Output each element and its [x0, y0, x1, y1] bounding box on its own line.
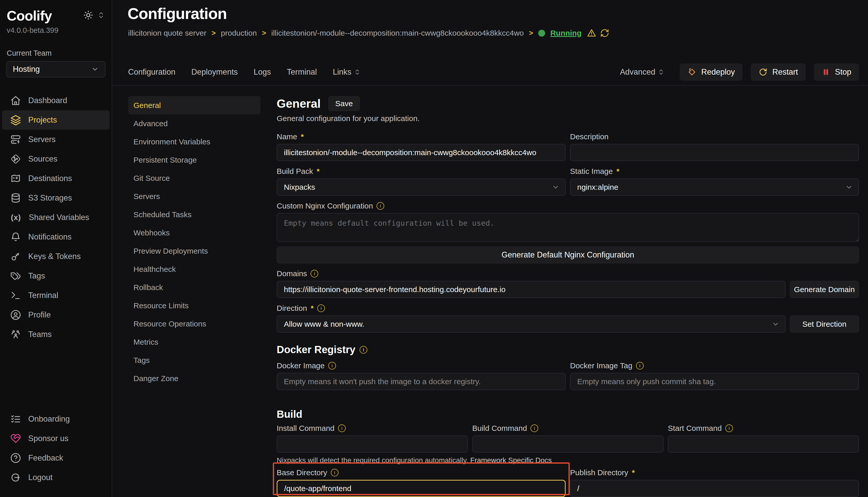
logout-icon: [10, 472, 21, 483]
subnav-advanced[interactable]: Advanced: [128, 114, 261, 132]
direction-label: Direction*i: [277, 304, 859, 313]
sidebar-item-onboarding[interactable]: Onboarding: [2, 409, 110, 429]
subnav-preview-deployments[interactable]: Preview Deployments: [128, 242, 261, 260]
sidebar-item-destinations[interactable]: Destinations: [2, 169, 110, 188]
subnav-git-source[interactable]: Git Source: [128, 169, 261, 187]
sidebar-item-teams[interactable]: Teams: [2, 325, 110, 344]
start-command-input[interactable]: [668, 436, 859, 453]
build-pack-select[interactable]: Nixpacks: [277, 179, 566, 196]
tab-configuration[interactable]: Configuration: [128, 68, 175, 77]
info-icon[interactable]: i: [338, 424, 346, 432]
sidebar-item-sponsor-us[interactable]: Sponsor us: [2, 429, 110, 448]
custom-nginx-textarea[interactable]: [277, 213, 859, 242]
framework-docs-link[interactable]: Framework Specific Docs: [470, 456, 552, 464]
sidebar-item-dashboard[interactable]: Dashboard: [2, 91, 110, 110]
directories-row: Base Directoryi Publish Directory*: [277, 468, 859, 497]
subnav-general[interactable]: General: [128, 96, 261, 114]
refresh-icon[interactable]: [600, 28, 609, 38]
info-icon[interactable]: i: [317, 304, 325, 312]
info-icon[interactable]: i: [311, 270, 318, 278]
status-badge[interactable]: Running: [550, 29, 582, 38]
docker-image-input[interactable]: [277, 373, 566, 390]
subnav-servers[interactable]: Servers: [128, 187, 261, 205]
key-icon: [10, 251, 21, 262]
info-icon[interactable]: i: [331, 469, 339, 477]
restart-button[interactable]: Restart: [751, 63, 805, 81]
docker-image-tag-input[interactable]: [570, 373, 859, 390]
base-directory-input[interactable]: [277, 480, 566, 497]
generate-nginx-button[interactable]: Generate Default Nginx Configuration: [277, 246, 859, 264]
sidebar-item-shared-variables[interactable]: (x) Shared Variables: [2, 208, 110, 227]
subnav-webhooks[interactable]: Webhooks: [128, 224, 261, 242]
sidebar-item-servers[interactable]: Servers: [2, 130, 110, 149]
breadcrumb-resource[interactable]: illicitestonion/-module--decomposition:m…: [271, 29, 524, 38]
stop-button[interactable]: Stop: [814, 63, 859, 81]
save-button[interactable]: Save: [328, 96, 360, 111]
sidebar-item-label: Keys & Tokens: [28, 252, 81, 261]
subnav-persistent-storage[interactable]: Persistent Storage: [128, 151, 261, 169]
sidebar-item-feedback[interactable]: Feedback: [2, 448, 110, 468]
subnav-scheduled-tasks[interactable]: Scheduled Tasks: [128, 205, 261, 224]
info-icon[interactable]: i: [636, 362, 644, 370]
sidebar-item-profile[interactable]: Profile: [2, 305, 110, 325]
warning-triangle-icon[interactable]: [587, 28, 596, 38]
set-direction-button[interactable]: Set Direction: [790, 315, 859, 332]
app-version: v4.0.0-beta.399: [7, 26, 58, 34]
generate-domain-button[interactable]: Generate Domain: [790, 281, 859, 298]
sidebar: Coolify v4.0.0-beta.399 Current Team Hos…: [0, 0, 112, 497]
description-input[interactable]: [570, 144, 859, 161]
sidebar-item-terminal[interactable]: Terminal: [2, 286, 110, 305]
subnav-healthcheck[interactable]: Healthcheck: [128, 260, 261, 278]
info-icon[interactable]: i: [376, 202, 384, 210]
sidebar-item-s3-storages[interactable]: S3 Storages: [2, 188, 110, 208]
info-icon[interactable]: i: [531, 424, 538, 432]
tab-logs[interactable]: Logs: [253, 68, 271, 77]
sidebar-item-projects[interactable]: Projects: [2, 110, 110, 130]
chevron-down-icon: [845, 183, 853, 191]
build-heading: Build: [277, 409, 859, 420]
advanced-dropdown[interactable]: Advanced: [620, 68, 664, 77]
info-icon[interactable]: i: [360, 346, 367, 354]
chevrons-up-down-icon[interactable]: [97, 11, 105, 19]
team-select[interactable]: Hosting: [6, 61, 106, 77]
sidebar-item-tags[interactable]: Tags: [2, 266, 110, 286]
app-logo: Coolify: [7, 8, 58, 24]
info-icon[interactable]: i: [725, 424, 733, 432]
domains-input[interactable]: [277, 281, 786, 298]
build-command-input[interactable]: [472, 436, 663, 453]
tab-terminal[interactable]: Terminal: [287, 68, 317, 77]
redeploy-icon: [687, 68, 697, 77]
sidebar-item-label: Shared Variables: [29, 213, 89, 222]
coolify-app-window: Coolify v4.0.0-beta.399 Current Team Hos…: [0, 0, 868, 497]
checklist-icon: [10, 414, 21, 424]
subnav-environment-variables[interactable]: Environment Variables: [128, 132, 261, 151]
breadcrumb-environment[interactable]: production: [221, 29, 257, 38]
subnav-rollback[interactable]: Rollback: [128, 278, 261, 296]
subnav-resource-operations[interactable]: Resource Operations: [128, 315, 261, 333]
sidebar-item-logout[interactable]: Logout: [2, 468, 110, 487]
map-icon: [10, 173, 21, 184]
redeploy-button[interactable]: Redeploy: [680, 63, 742, 81]
publish-directory-input[interactable]: [570, 480, 859, 497]
sidebar-item-sources[interactable]: Sources: [2, 149, 110, 169]
sidebar-item-notifications[interactable]: Notifications: [2, 227, 110, 247]
static-image-select[interactable]: nginx:alpine: [570, 179, 859, 196]
name-input[interactable]: [277, 144, 566, 161]
theme-toggle-sun-icon[interactable]: [83, 10, 93, 20]
breadcrumb-project[interactable]: illicitonion quote server: [128, 29, 206, 38]
restart-icon: [758, 68, 768, 77]
subnav-resource-limits[interactable]: Resource Limits: [128, 296, 261, 315]
subnav-metrics[interactable]: Metrics: [128, 333, 261, 351]
tab-links[interactable]: Links: [333, 68, 361, 77]
sidebar-item-label: Dashboard: [28, 96, 67, 105]
status-dot: [538, 30, 545, 37]
subnav-tags[interactable]: Tags: [128, 351, 261, 369]
tabbar-divider: [112, 85, 868, 86]
info-icon[interactable]: i: [328, 362, 336, 370]
install-command-input[interactable]: [277, 436, 468, 453]
direction-select[interactable]: Allow www & non-www.: [277, 315, 786, 332]
tab-deployments[interactable]: Deployments: [191, 68, 238, 77]
subnav-danger-zone[interactable]: Danger Zone: [128, 369, 261, 387]
sidebar-item-keys-tokens[interactable]: Keys & Tokens: [2, 247, 110, 266]
main-content: Configuration illicitonion quote server …: [112, 0, 868, 497]
